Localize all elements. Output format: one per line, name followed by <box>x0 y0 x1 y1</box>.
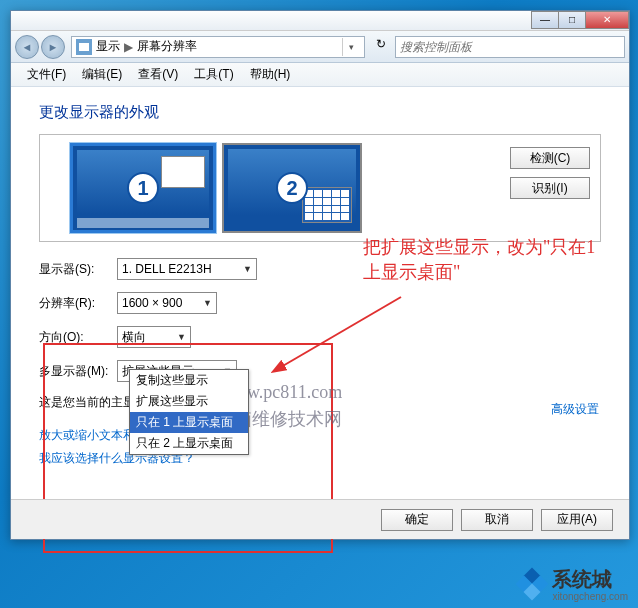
breadcrumb-resolution[interactable]: 屏幕分辨率 <box>137 38 197 55</box>
brand-watermark: 系统城 xitongcheng.com <box>516 566 628 602</box>
menu-view[interactable]: 查看(V) <box>130 64 186 85</box>
dropdown-opt-only2[interactable]: 只在 2 上显示桌面 <box>130 433 248 454</box>
display-label: 显示器(S): <box>39 261 117 278</box>
cancel-button[interactable]: 取消 <box>461 509 533 531</box>
menu-file[interactable]: 文件(F) <box>19 64 74 85</box>
monitor-2-badge: 2 <box>276 172 308 204</box>
dropdown-opt-only1[interactable]: 只在 1 上显示桌面 <box>130 412 248 433</box>
ok-button[interactable]: 确定 <box>381 509 453 531</box>
advanced-settings-link[interactable]: 高级设置 <box>551 401 599 418</box>
nav-toolbar: ◄ ► 显示 ▶ 屏幕分辨率 ▾ ↻ <box>11 31 629 63</box>
detect-button[interactable]: 检测(C) <box>510 147 590 169</box>
monitor-preview-area: 1 2 检测(C) 识别(I) <box>39 134 601 242</box>
menu-help[interactable]: 帮助(H) <box>242 64 299 85</box>
titlebar: — □ ✕ <box>11 11 629 31</box>
multi-display-dropdown: 复制这些显示 扩展这些显示 只在 1 上显示桌面 只在 2 上显示桌面 <box>129 369 249 455</box>
apply-button[interactable]: 应用(A) <box>541 509 613 531</box>
content-area: 更改显示器的外观 1 2 检测(C) 识别(I) 显示器(S): 1. DELL… <box>11 87 629 489</box>
resolution-label: 分辨率(R): <box>39 295 117 312</box>
chevron-down-icon: ▼ <box>203 298 212 308</box>
search-input[interactable] <box>395 36 625 58</box>
display-select[interactable]: 1. DELL E2213H ▼ <box>117 258 257 280</box>
address-bar[interactable]: 显示 ▶ 屏幕分辨率 ▾ <box>71 36 365 58</box>
close-button[interactable]: ✕ <box>585 11 629 29</box>
display-icon <box>76 39 92 55</box>
monitor-1-badge: 1 <box>127 172 159 204</box>
minimize-button[interactable]: — <box>531 11 559 29</box>
display-select-value: 1. DELL E2213H <box>122 262 212 276</box>
breadcrumb-sep-icon: ▶ <box>124 40 133 54</box>
menu-bar: 文件(F) 编辑(E) 查看(V) 工具(T) 帮助(H) <box>11 63 629 87</box>
chevron-down-icon: ▼ <box>177 332 186 342</box>
brand-name: 系统城 <box>552 568 612 590</box>
chevron-down-icon: ▼ <box>243 264 252 274</box>
identify-button[interactable]: 识别(I) <box>510 177 590 199</box>
address-dropdown-icon[interactable]: ▾ <box>342 38 360 56</box>
refresh-button[interactable]: ↻ <box>371 37 391 57</box>
menu-edit[interactable]: 编辑(E) <box>74 64 130 85</box>
forward-button[interactable]: ► <box>41 35 65 59</box>
menu-tools[interactable]: 工具(T) <box>186 64 241 85</box>
resolution-select[interactable]: 1600 × 900 ▼ <box>117 292 217 314</box>
dropdown-opt-duplicate[interactable]: 复制这些显示 <box>130 370 248 391</box>
dialog-button-bar: 确定 取消 应用(A) <box>11 499 629 539</box>
dropdown-opt-extend[interactable]: 扩展这些显示 <box>130 391 248 412</box>
brand-icon <box>516 568 548 600</box>
resolution-select-value: 1600 × 900 <box>122 296 182 310</box>
back-button[interactable]: ◄ <box>15 35 39 59</box>
monitor-1[interactable]: 1 <box>70 143 216 233</box>
brand-sub: xitongcheng.com <box>552 591 628 602</box>
maximize-button[interactable]: □ <box>558 11 586 29</box>
page-title: 更改显示器的外观 <box>39 103 601 122</box>
monitor-2[interactable]: 2 <box>222 143 362 233</box>
annotation-text: 把扩展这些显示，改为"只在1上显示桌面" <box>363 235 603 285</box>
breadcrumb-display[interactable]: 显示 <box>96 38 120 55</box>
control-panel-window: — □ ✕ ◄ ► 显示 ▶ 屏幕分辨率 ▾ ↻ 文件(F) 编辑(E) 查看(… <box>10 10 630 540</box>
